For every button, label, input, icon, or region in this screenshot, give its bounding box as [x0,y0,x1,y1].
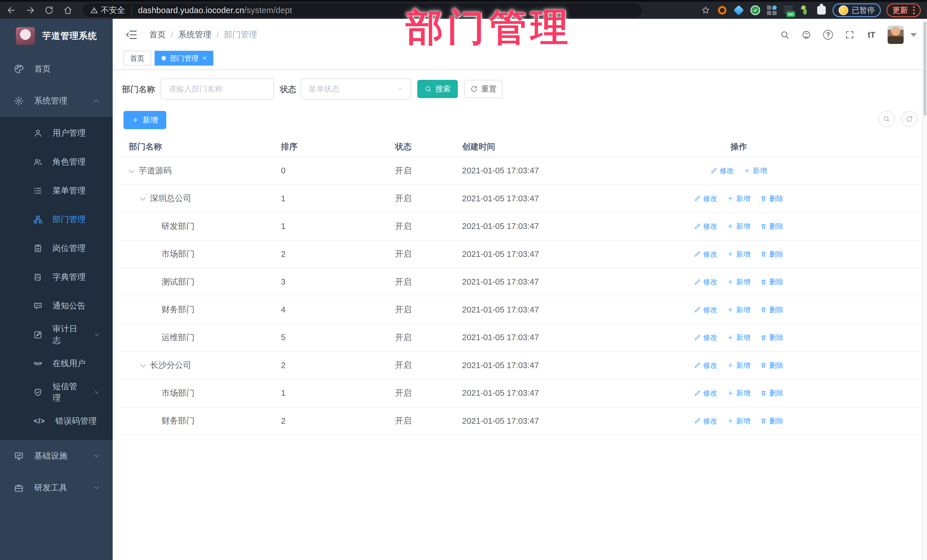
table-row[interactable]: 市场部门 2 开启 2021-01-05 17:03:47 修改新增删除 [120,241,920,269]
extension-check-icon[interactable] [750,5,761,16]
expand-chevron-icon[interactable] [140,363,150,367]
table-row[interactable]: 芋道源码 0 开启 2021-01-05 17:03:47 修改新增 [120,157,920,185]
delete-action[interactable]: 删除 [760,333,784,342]
add-action[interactable]: 新增 [727,194,751,203]
user-menu-caret-icon[interactable] [910,33,917,37]
user-avatar[interactable] [887,26,904,44]
reset-button[interactable]: 重置 [464,80,503,98]
delete-action[interactable]: 删除 [760,249,784,259]
add-department-button[interactable]: 新增 [123,111,166,129]
extension-gem-icon[interactable] [733,5,744,16]
edit-pencil-icon [694,195,701,202]
sidebar-item-roles[interactable]: 角色管理 [0,147,112,176]
breadcrumb-system[interactable]: 系统管理 [178,29,211,41]
add-action[interactable]: 新增 [727,277,751,287]
profile-paused-badge[interactable]: 已暂停 [833,3,881,17]
column-header-sort: 排序 [274,141,385,153]
browser-update-button[interactable]: 更新 [886,3,921,17]
sidebar-item-infrastructure[interactable]: 基础设施 [0,440,112,472]
close-tab-icon[interactable]: × [202,54,207,62]
table-row[interactable]: 运维部门 5 开启 2021-01-05 17:03:47 修改新增删除 [120,324,920,352]
delete-action[interactable]: 删除 [760,277,784,287]
table-row[interactable]: 研发部门 1 开启 2021-01-05 17:03:47 修改新增删除 [120,213,920,241]
sidebar-item-notices[interactable]: 通知公告 [0,291,112,320]
add-action[interactable]: 新增 [727,222,751,231]
browser-menu-icon[interactable] [913,6,915,14]
sidebar-item-sms[interactable]: 短信管理 [0,378,112,407]
tab-departments[interactable]: 部门管理 × [155,51,213,65]
add-action[interactable]: 新增 [727,333,751,342]
sidebar-item-users[interactable]: 用户管理 [0,118,112,147]
sidebar-item-dicts[interactable]: 字典管理 [0,263,112,291]
app-logo-row[interactable]: 芋道管理系统 [0,19,112,53]
toggle-search-button[interactable] [878,111,895,127]
sidebar-item-online-users[interactable]: 在线用户 [0,349,112,378]
font-size-icon[interactable]: tT [866,29,877,40]
sidebar-item-menus[interactable]: 菜单管理 [0,176,112,205]
github-icon[interactable] [801,29,812,40]
expand-chevron-icon[interactable] [129,169,138,173]
edit-action[interactable]: 修改 [694,194,717,203]
extensions-puzzle-icon[interactable] [816,5,827,16]
edit-action[interactable]: 修改 [694,389,717,398]
fullscreen-icon[interactable] [844,29,855,40]
table-row[interactable]: 财务部门 4 开启 2021-01-05 17:03:47 修改新增删除 [120,296,920,324]
table-row[interactable]: 长沙分公司 2 开启 2021-01-05 17:03:47 修改新增删除 [120,352,920,380]
extension-grid-icon[interactable] [766,5,777,16]
extension-switch-icon[interactable]: on [783,5,794,16]
extension-orange-icon[interactable] [717,5,728,16]
delete-action[interactable]: 删除 [760,305,784,314]
help-icon[interactable]: ? [823,29,833,40]
breadcrumb-home[interactable]: 首页 [149,29,166,41]
table-row[interactable]: 市场部门 1 开启 2021-01-05 17:03:47 修改新增删除 [120,379,920,407]
delete-action[interactable]: 删除 [760,361,784,370]
edit-action[interactable]: 修改 [711,166,734,175]
row-actions: 修改新增删除 [670,277,807,287]
search-icon[interactable] [779,29,790,40]
sidebar-item-dev-tools[interactable]: 研发工具 [0,472,112,504]
table-row[interactable]: 财务部门 2 开启 2021-01-05 17:03:47 修改新增删除 [120,407,920,436]
delete-action[interactable]: 删除 [760,389,784,398]
refresh-table-button[interactable] [901,111,917,127]
add-action[interactable]: 新增 [727,305,751,314]
dept-name-input[interactable]: 请输入部门名称 [161,78,274,100]
sidebar-item-audit-log[interactable]: 审计日志 [0,320,112,349]
sidebar-item-posts[interactable]: 岗位管理 [0,234,112,263]
sidebar-item-home[interactable]: 首页 [0,53,112,85]
edit-action[interactable]: 修改 [694,416,717,426]
status-value: 开启 [385,165,453,176]
edit-action[interactable]: 修改 [694,361,717,370]
delete-action[interactable]: 删除 [760,194,784,203]
table-row[interactable]: 深圳总公司 1 开启 2021-01-05 17:03:47 修改新增删除 [120,185,920,213]
delete-action[interactable]: 删除 [760,416,784,426]
edit-action[interactable]: 修改 [694,249,717,259]
page-scrollbar[interactable] [922,19,927,560]
plus-icon [727,362,734,369]
not-secure-warning[interactable]: 不安全 [90,5,125,16]
add-action[interactable]: 新增 [727,389,751,398]
add-action[interactable]: 新增 [744,166,767,175]
search-button[interactable]: 搜索 [417,80,458,98]
sidebar-item-departments[interactable]: 部门管理 [0,205,112,234]
delete-action[interactable]: 删除 [760,222,784,231]
tab-home[interactable]: 首页 [123,51,151,65]
edit-action[interactable]: 修改 [694,277,717,287]
browser-home-button[interactable] [61,3,75,18]
extension-sprout-icon[interactable] [799,5,810,16]
browser-back-button[interactable] [4,3,19,18]
table-row[interactable]: 测试部门 3 开启 2021-01-05 17:03:47 修改新增删除 [120,268,920,296]
browser-forward-button[interactable] [23,3,38,18]
edit-action[interactable]: 修改 [694,305,717,314]
add-action[interactable]: 新增 [727,416,751,426]
expand-chevron-icon[interactable] [140,196,150,200]
edit-action[interactable]: 修改 [694,333,717,342]
browser-reload-button[interactable] [42,3,56,18]
sidebar-item-error-codes[interactable]: </> 错误码管理 [0,407,112,436]
sidebar-collapse-icon[interactable] [125,29,138,41]
bookmark-star-icon[interactable] [700,5,711,16]
sidebar-item-system[interactable]: 系统管理 [0,85,112,117]
add-action[interactable]: 新增 [727,361,751,370]
status-select[interactable]: 菜单状态 [301,78,411,100]
edit-action[interactable]: 修改 [694,222,717,231]
add-action[interactable]: 新增 [727,249,751,259]
